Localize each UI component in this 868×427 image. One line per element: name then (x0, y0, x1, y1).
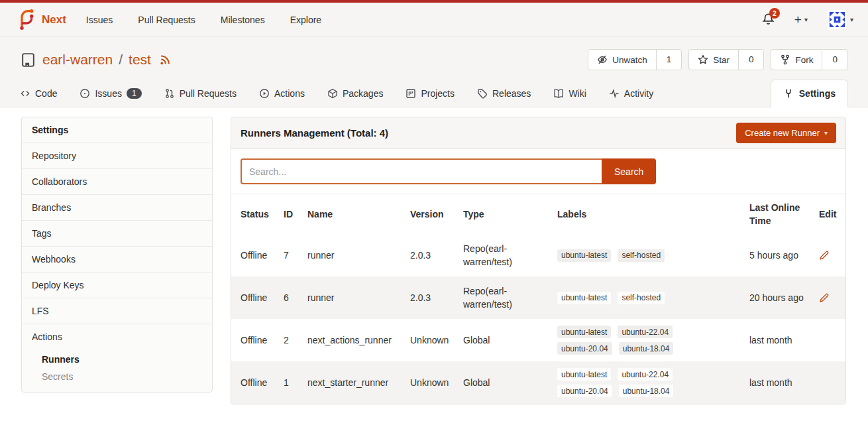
tab-label: Actions (274, 88, 305, 99)
sidebar-item-deploy-keys[interactable]: Deploy Keys (22, 272, 212, 298)
project-board-icon (406, 88, 416, 99)
chevron-down-icon: ▾ (804, 16, 808, 23)
create-new-menu[interactable]: + ▾ (794, 13, 808, 26)
runner-row: Offline 2 next_actions_runner Unknown Gl… (231, 319, 845, 361)
tab-projects[interactable]: Projects (406, 88, 455, 99)
avatar (828, 10, 847, 29)
fork-label: Fork (795, 55, 813, 65)
sidebar-item-runners[interactable]: Runners (22, 351, 212, 368)
table-header-row: Status ID Name Version Type Labels Last … (231, 194, 845, 234)
runner-label-badge: ubuntu-18.04 (619, 385, 674, 397)
runner-label-badge: ubuntu-18.04 (619, 342, 674, 355)
tab-label: Code (35, 88, 57, 99)
user-menu[interactable]: ▾ (828, 10, 853, 29)
plus-icon: + (794, 13, 802, 26)
search-input[interactable] (241, 158, 602, 184)
sidebar-item-lfs[interactable]: LFS (22, 298, 212, 324)
nav-pull-requests[interactable]: Pull Requests (138, 15, 195, 25)
page: Next Issues Pull Requests Milestones Exp… (0, 0, 868, 404)
repo-separator: / (119, 52, 123, 68)
sidebar-item-collaborators[interactable]: Collaborators (22, 168, 212, 194)
nav-links: Issues Pull Requests Milestones Explore (86, 15, 321, 25)
sidebar-header-settings: Settings (22, 117, 212, 143)
pencil-icon (819, 250, 830, 261)
tab-releases[interactable]: Releases (477, 88, 531, 99)
runner-id: 1 (284, 377, 307, 388)
sidebar-item-secrets[interactable]: Secrets (22, 368, 212, 385)
create-runner-button[interactable]: Create new Runner ▾ (736, 123, 836, 143)
runner-type: Repo(earl-warren/test) (463, 242, 557, 269)
runner-status: Offline (241, 377, 284, 388)
chevron-down-icon: ▾ (824, 129, 828, 137)
navbar-left: Next Issues Pull Requests Milestones Exp… (15, 9, 321, 30)
star-button[interactable]: Star (689, 50, 738, 70)
runner-label-badge: ubuntu-22.04 (618, 326, 673, 338)
tab-settings[interactable]: Settings (771, 80, 848, 107)
tab-pull-requests[interactable]: Pull Requests (164, 88, 237, 99)
runner-label-badge: ubuntu-latest (557, 326, 611, 338)
tab-label: Wiki (569, 88, 586, 99)
tab-label: Settings (799, 88, 836, 99)
tab-actions[interactable]: Actions (259, 88, 305, 99)
runner-label-badge: ubuntu-latest (557, 368, 611, 381)
runner-row: Offline 6 runner 2.0.3 Repo(earl-warren/… (231, 276, 845, 319)
tab-packages[interactable]: Packages (327, 88, 383, 99)
runner-labels: ubuntu-latest self-hosted (557, 292, 680, 304)
col-version: Version (410, 209, 463, 219)
forks-count[interactable]: 0 (822, 50, 847, 70)
runner-status: Offline (241, 292, 284, 303)
runners-table: Status ID Name Version Type Labels Last … (231, 194, 845, 404)
repo-action-buttons: Unwatch 1 Star 0 (588, 49, 848, 70)
navbar-right: 2 + ▾ (762, 10, 853, 29)
wrench-icon (783, 88, 794, 99)
tab-activity[interactable]: Activity (609, 88, 653, 99)
page-title: Runners Management (Total: 4) (241, 127, 388, 139)
search-button[interactable]: Search (602, 158, 656, 184)
runner-label-badge: ubuntu-latest (557, 292, 611, 304)
col-name: Name (307, 209, 410, 219)
stars-count[interactable]: 0 (738, 50, 764, 70)
chevron-down-icon: ▾ (850, 16, 853, 23)
runner-last-online: last month (749, 335, 819, 345)
fork-button[interactable]: Fork (771, 50, 822, 70)
repo-name-link[interactable]: test (129, 52, 151, 68)
settings-sidebar: Settings Repository Collaborators Branch… (21, 117, 213, 393)
runner-id: 6 (284, 292, 307, 303)
forgejo-logo-icon[interactable] (15, 9, 36, 30)
sidebar-section-actions: Actions (22, 324, 212, 349)
runner-type: Repo(earl-warren/test) (463, 284, 557, 312)
fork-button-group: Fork 0 (771, 49, 848, 70)
tab-wiki[interactable]: Wiki (553, 88, 586, 99)
runner-type: Global (463, 376, 557, 389)
nav-milestones[interactable]: Milestones (221, 15, 265, 25)
tab-issues[interactable]: Issues 1 (80, 88, 141, 99)
sidebar-item-webhooks[interactable]: Webhooks (22, 246, 212, 272)
tab-code[interactable]: Code (20, 88, 57, 99)
unwatch-button[interactable]: Unwatch (588, 50, 656, 70)
code-icon (20, 88, 30, 99)
runner-version: Unknown (410, 377, 463, 388)
eye-slash-icon (597, 54, 608, 65)
sidebar-item-branches[interactable]: Branches (22, 194, 212, 220)
repo-icon (20, 52, 36, 68)
runner-label-badge: ubuntu-22.04 (618, 368, 673, 381)
rss-feed-icon[interactable] (159, 54, 170, 66)
edit-runner-button[interactable] (819, 292, 830, 303)
brand-label[interactable]: Next (42, 13, 66, 27)
nav-explore[interactable]: Explore (290, 15, 321, 25)
sidebar-item-tags[interactable]: Tags (22, 220, 212, 246)
watch-button-group: Unwatch 1 (588, 49, 682, 70)
nav-issues[interactable]: Issues (86, 15, 113, 25)
runner-last-online: last month (749, 377, 819, 388)
notifications-button[interactable]: 2 (762, 13, 775, 27)
repo-owner-link[interactable]: earl-warren (42, 52, 113, 68)
runner-last-online: 5 hours ago (749, 250, 819, 261)
col-id: ID (284, 209, 307, 219)
sidebar-item-repository[interactable]: Repository (22, 143, 212, 168)
star-button-group: Star 0 (688, 49, 764, 70)
runner-labels: ubuntu-latest self-hosted (557, 249, 680, 262)
edit-runner-button[interactable] (819, 250, 830, 261)
runner-version: Unknown (410, 335, 463, 345)
watchers-count[interactable]: 1 (656, 50, 682, 70)
unwatch-label: Unwatch (612, 55, 647, 65)
